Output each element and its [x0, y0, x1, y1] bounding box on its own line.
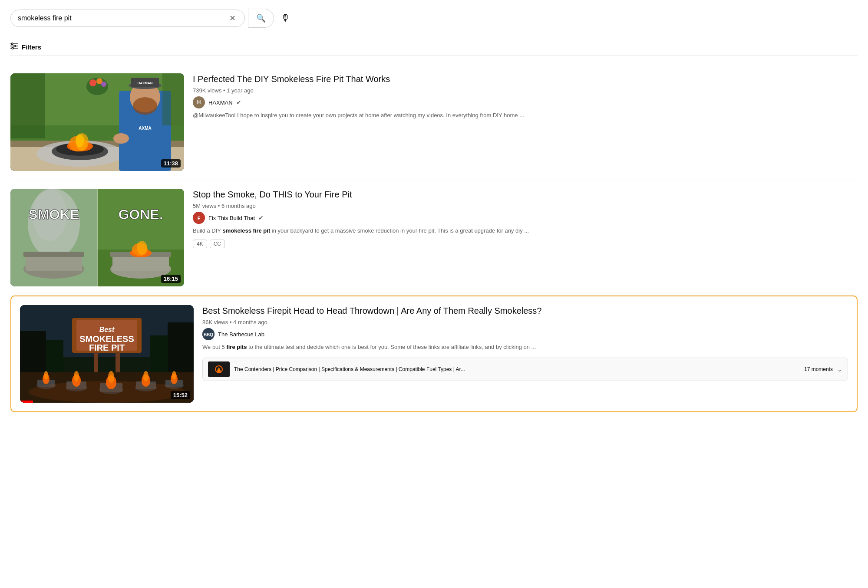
result-item-3: Best SMOKELESS FIRE PIT	[10, 296, 858, 412]
video-info-3: Best Smokeless Firepit Head to Head Thro…	[202, 305, 848, 403]
badge-4k: 4K	[193, 240, 207, 248]
verified-icon-2: ✔	[258, 214, 264, 221]
svg-text:AXMA: AXMA	[139, 126, 151, 131]
search-input-wrapper: ✕	[10, 10, 245, 27]
verified-icon-1: ✔	[236, 99, 241, 106]
search-clear-button[interactable]: ✕	[228, 13, 238, 23]
video-meta-1: 739K views • 1 year ago	[193, 87, 858, 94]
svg-text:F: F	[198, 216, 201, 221]
views-2: 5M views	[193, 203, 216, 209]
svg-rect-85	[20, 401, 33, 403]
moments-bar[interactable]: The Contenders | Price Comparison | Spec…	[202, 358, 848, 381]
avatar-3[interactable]: BBQ	[202, 328, 215, 340]
avatar-2[interactable]: F	[193, 212, 205, 224]
filters-label[interactable]: Filters	[22, 43, 41, 51]
thumbnail-1[interactable]: HAXMAN AXMA 11:38	[10, 73, 184, 171]
video-info-2: Stop the Smoke, Do THIS to Your Fire Pit…	[193, 189, 858, 286]
svg-point-45	[137, 241, 147, 255]
svg-point-3	[11, 43, 13, 45]
thumbnail-2[interactable]: SMOKE GONE. 16:15	[10, 189, 184, 286]
svg-rect-30	[162, 73, 184, 125]
badges-2: 4K CC	[193, 240, 858, 248]
svg-text:SMOKE: SMOKE	[28, 207, 79, 222]
video-description-3: We put 5 fire pits to the ultimate test …	[202, 343, 848, 351]
video-title-3[interactable]: Best Smokeless Firepit Head to Head Thro…	[202, 305, 848, 316]
svg-point-20	[101, 82, 106, 87]
channel-row-1: H HAXMAN ✔	[193, 96, 858, 108]
svg-rect-36	[23, 252, 84, 257]
video-meta-3: 86K views • 4 months ago	[202, 319, 848, 325]
svg-rect-29	[10, 73, 45, 138]
views-3: 86K views	[202, 319, 228, 325]
video-title-1[interactable]: I Perfected The DIY Smokeless Fire Pit T…	[193, 73, 858, 85]
video-description-1: @MilwaukeeTool I hope to inspire you to …	[193, 111, 858, 120]
badge-cc: CC	[210, 240, 225, 248]
video-description-2: Build a DIY smokeless fire pit in your b…	[193, 227, 858, 235]
svg-point-71	[74, 371, 79, 381]
svg-point-4	[14, 45, 16, 47]
search-submit-button[interactable]: 🔍	[248, 9, 274, 28]
moments-thumbnail	[208, 361, 230, 377]
video-info-1: I Perfected The DIY Smokeless Fire Pit T…	[193, 73, 858, 171]
age-3: 4 months ago	[233, 319, 267, 325]
svg-point-26	[133, 97, 157, 115]
svg-text:GONE.: GONE.	[118, 207, 163, 222]
moments-count: 17 moments	[804, 366, 833, 372]
svg-point-67	[44, 371, 48, 380]
duration-badge-2: 16:15	[161, 275, 181, 283]
channel-row-2: F Fix This Build That ✔	[193, 212, 858, 224]
svg-point-84	[29, 381, 185, 403]
filters-bar: Filters	[10, 38, 858, 56]
svg-text:Best: Best	[99, 326, 115, 333]
svg-point-91	[218, 368, 220, 372]
svg-text:SMOKELESS: SMOKELESS	[79, 334, 134, 344]
svg-point-79	[143, 371, 149, 381]
avatar-1[interactable]: H	[193, 96, 205, 108]
channel-name-3[interactable]: The Barbecue Lab	[218, 331, 264, 338]
search-icon: 🔍	[256, 13, 266, 23]
mic-button[interactable]: 🎙	[277, 9, 294, 27]
channel-row-3: BBQ The Barbecue Lab	[202, 328, 848, 340]
svg-point-18	[89, 79, 96, 86]
channel-name-2[interactable]: Fix This Build That	[208, 215, 255, 221]
result-item-2: SMOKE GONE. 16:15 Stop the Smoke, Do	[10, 180, 858, 296]
search-bar: ✕ 🔍 🎙	[10, 7, 858, 30]
chevron-down-icon[interactable]: ⌄	[837, 366, 842, 373]
duration-badge-1: 11:38	[161, 159, 181, 168]
search-input[interactable]	[18, 14, 228, 22]
video-meta-2: 5M views • 6 months ago	[193, 203, 858, 209]
svg-text:FIRE PIT: FIRE PIT	[89, 343, 125, 352]
svg-point-83	[172, 371, 176, 380]
duration-badge-3: 15:52	[171, 391, 190, 399]
age-2: 6 months ago	[221, 203, 256, 209]
thumbnail-3[interactable]: Best SMOKELESS FIRE PIT	[20, 305, 194, 403]
svg-text:HAXMAN: HAXMAN	[137, 81, 152, 85]
avatar-text-1: H	[197, 99, 201, 105]
svg-point-16	[76, 134, 84, 147]
results-list: HAXMAN AXMA 11:38 I Perfected The DIY Sm…	[10, 65, 858, 414]
svg-text:BBQ: BBQ	[204, 332, 213, 337]
filter-icon	[10, 43, 18, 51]
channel-name-1[interactable]: HAXMAN	[208, 99, 233, 106]
result-item-1: HAXMAN AXMA 11:38 I Perfected The DIY Sm…	[10, 65, 858, 180]
views-1: 739K views	[193, 87, 221, 94]
age-1: 1 year ago	[227, 87, 253, 94]
video-title-2[interactable]: Stop the Smoke, Do THIS to Your Fire Pit	[193, 189, 858, 200]
mic-icon: 🎙	[281, 13, 290, 23]
moments-text: The Contenders | Price Comparison | Spec…	[234, 366, 800, 372]
svg-point-5	[12, 47, 13, 49]
svg-point-28	[113, 133, 129, 144]
